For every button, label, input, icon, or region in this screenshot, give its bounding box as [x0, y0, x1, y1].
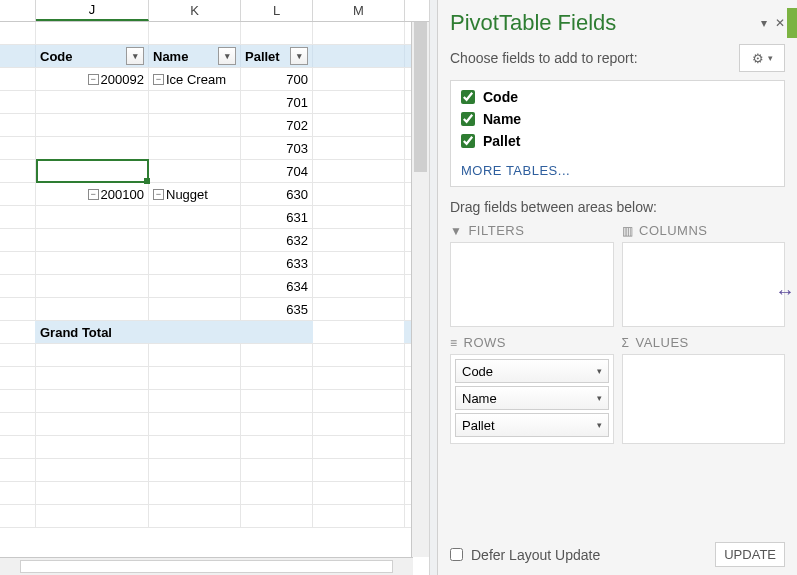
field-pallet[interactable]: Pallet — [461, 133, 774, 149]
dropdown-icon[interactable]: ▾ — [218, 47, 236, 65]
defer-label: Defer Layout Update — [471, 547, 600, 563]
grand-total-label: Grand Total — [40, 325, 112, 340]
pivot-header-code-label: Code — [40, 49, 73, 64]
columns-icon: ▥ — [622, 224, 634, 238]
pallet-value: 632 — [286, 233, 308, 248]
chevron-down-icon[interactable]: ▾ — [597, 366, 602, 376]
name-value: Nugget — [166, 187, 208, 202]
pallet-value: 635 — [286, 302, 308, 317]
chevron-down-icon: ▾ — [768, 53, 773, 63]
col-header-blank[interactable] — [0, 0, 36, 21]
pallet-value: 633 — [286, 256, 308, 271]
table-row[interactable]: 701 — [0, 91, 429, 114]
collapse-icon[interactable]: − — [88, 74, 99, 85]
table-row[interactable]: −200092 −Ice Cream 700 — [0, 68, 429, 91]
row-chip-code[interactable]: Code▾ — [455, 359, 609, 383]
defer-checkbox[interactable] — [450, 548, 463, 561]
values-dropzone[interactable] — [622, 354, 786, 444]
field-code[interactable]: Code — [461, 89, 774, 105]
area-columns-label: COLUMNS — [639, 223, 708, 238]
field-pallet-checkbox[interactable] — [461, 134, 475, 148]
row-chip-pallet[interactable]: Pallet▾ — [455, 413, 609, 437]
area-filters-label: FILTERS — [468, 223, 524, 238]
chip-label: Pallet — [462, 418, 495, 433]
tools-button[interactable]: ⚙ ▾ — [739, 44, 785, 72]
panel-subtitle: Choose fields to add to report: — [450, 50, 638, 66]
chevron-down-icon[interactable]: ▾ — [597, 393, 602, 403]
resize-handle-icon[interactable]: ↔ — [775, 280, 795, 303]
filters-dropzone[interactable] — [450, 242, 614, 327]
table-row[interactable]: 703 — [0, 137, 429, 160]
field-label: Pallet — [483, 133, 520, 149]
update-button[interactable]: UPDATE — [715, 542, 785, 567]
more-tables-link[interactable]: MORE TABLES... — [461, 163, 774, 178]
col-header-m[interactable]: M — [313, 0, 405, 21]
dropdown-icon[interactable]: ▾ — [290, 47, 308, 65]
column-headers: J K L M — [0, 0, 429, 22]
col-header-l[interactable]: L — [241, 0, 313, 21]
field-label: Name — [483, 111, 521, 127]
collapse-icon[interactable]: − — [88, 189, 99, 200]
grand-total-row[interactable]: Grand Total — [0, 321, 429, 344]
table-row[interactable]: −200100 −Nugget 630 — [0, 183, 429, 206]
rows-dropzone[interactable]: Code▾ Name▾ Pallet▾ — [450, 354, 614, 444]
name-value: Ice Cream — [166, 72, 226, 87]
collapse-icon[interactable]: − — [153, 189, 164, 200]
pallet-value: 631 — [286, 210, 308, 225]
pallet-value: 700 — [286, 72, 308, 87]
rows-icon: ≡ — [450, 336, 458, 350]
horizontal-scrollbar[interactable] — [0, 557, 413, 575]
pivot-header-code[interactable]: Code ▾ — [36, 45, 149, 67]
pivot-header-row: Code ▾ Name ▾ Pallet ▾ — [0, 45, 429, 68]
table-row[interactable]: 634 — [0, 275, 429, 298]
table-row[interactable]: 631 — [0, 206, 429, 229]
code-value: 200092 — [101, 72, 144, 87]
table-row[interactable]: 632 — [0, 229, 429, 252]
field-label: Code — [483, 89, 518, 105]
chevron-down-icon[interactable]: ▾ — [597, 420, 602, 430]
pivot-header-pallet-label: Pallet — [245, 49, 280, 64]
spreadsheet-area: J K L M Code ▾ Name ▾ Pallet ▾ — [0, 0, 430, 575]
field-list: Code Name Pallet MORE TABLES... — [450, 80, 785, 187]
col-header-j[interactable]: J — [36, 0, 149, 21]
pallet-value: 634 — [286, 279, 308, 294]
areas-grid: ▼FILTERS ▥COLUMNS ≡ROWS Code▾ Name▾ Pall… — [450, 223, 785, 444]
chip-label: Name — [462, 391, 497, 406]
area-rows-label: ROWS — [464, 335, 506, 350]
panel-title: PivotTable Fields — [450, 10, 616, 36]
splitter[interactable] — [430, 0, 438, 575]
pivot-header-pallet[interactable]: Pallet ▾ — [241, 45, 313, 67]
drag-hint: Drag fields between areas below: — [450, 199, 785, 215]
chip-label: Code — [462, 364, 493, 379]
pallet-value: 703 — [286, 141, 308, 156]
pallet-value: 630 — [286, 187, 308, 202]
pivottable-fields-panel: PivotTable Fields ▾ ✕ Choose fields to a… — [438, 0, 797, 575]
filter-icon: ▼ — [450, 224, 462, 238]
code-value: 200100 — [101, 187, 144, 202]
table-row[interactable]: 635 — [0, 298, 429, 321]
field-code-checkbox[interactable] — [461, 90, 475, 104]
dropdown-icon[interactable]: ▾ — [126, 47, 144, 65]
close-icon[interactable]: ✕ — [775, 16, 785, 30]
collapse-icon[interactable]: − — [153, 74, 164, 85]
gear-icon: ⚙ — [752, 51, 764, 66]
table-row[interactable]: 633 — [0, 252, 429, 275]
vertical-scrollbar[interactable] — [411, 22, 429, 557]
columns-dropzone[interactable] — [622, 242, 786, 327]
area-values-label: VALUES — [635, 335, 688, 350]
table-row[interactable]: 704 — [0, 160, 429, 183]
grid[interactable]: Code ▾ Name ▾ Pallet ▾ −200092 −Ice Crea… — [0, 22, 429, 528]
row-chip-name[interactable]: Name▾ — [455, 386, 609, 410]
pallet-value: 704 — [286, 164, 308, 179]
col-header-k[interactable]: K — [149, 0, 241, 21]
sigma-icon: Σ — [622, 336, 630, 350]
pivot-header-name[interactable]: Name ▾ — [149, 45, 241, 67]
pivot-header-name-label: Name — [153, 49, 188, 64]
chevron-down-icon[interactable]: ▾ — [761, 16, 767, 30]
table-row[interactable]: 702 — [0, 114, 429, 137]
pallet-value: 701 — [286, 95, 308, 110]
field-name[interactable]: Name — [461, 111, 774, 127]
pallet-value: 702 — [286, 118, 308, 133]
field-name-checkbox[interactable] — [461, 112, 475, 126]
